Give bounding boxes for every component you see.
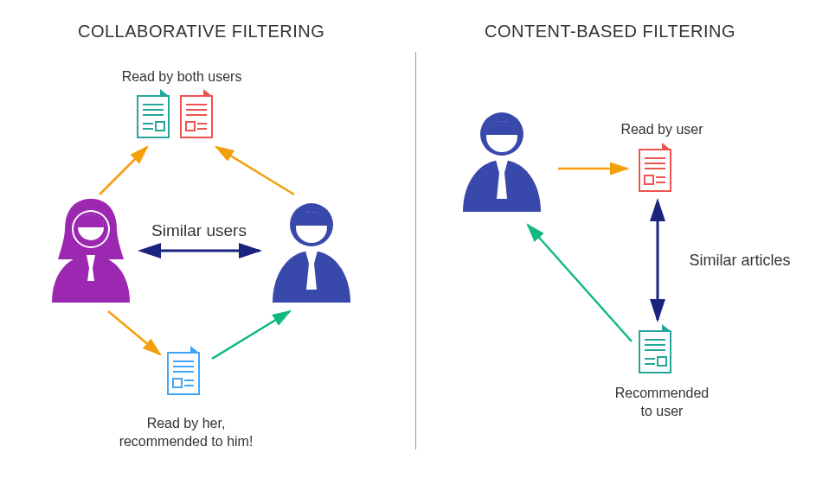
svg-line-37 (212, 311, 290, 359)
svg-line-60 (528, 225, 632, 341)
arrows-layer-right (415, 0, 822, 484)
arrows-layer (0, 0, 415, 484)
svg-line-34 (216, 147, 294, 195)
svg-line-33 (100, 147, 147, 195)
svg-line-36 (108, 311, 160, 354)
